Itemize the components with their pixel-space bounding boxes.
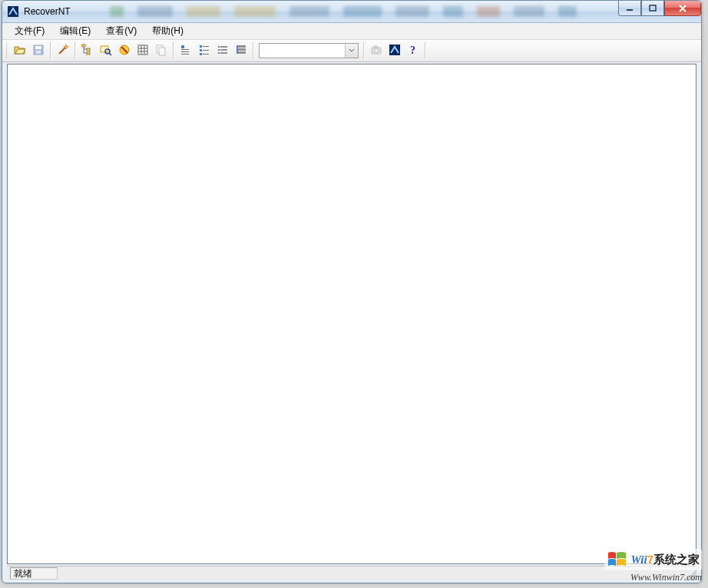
close-button[interactable] xyxy=(664,1,701,16)
svg-rect-29 xyxy=(220,49,227,51)
maximize-button[interactable] xyxy=(641,1,664,16)
svg-rect-26 xyxy=(218,46,220,48)
svg-rect-30 xyxy=(218,52,220,54)
view-list-button[interactable] xyxy=(214,42,231,59)
svg-rect-31 xyxy=(220,52,227,54)
status-text: 就绪 xyxy=(14,568,32,579)
svg-rect-35 xyxy=(237,45,238,54)
svg-rect-9 xyxy=(87,52,90,55)
toolbar-separator xyxy=(425,42,426,59)
status-pane: 就绪 xyxy=(10,567,58,580)
background-decoration xyxy=(110,4,594,19)
camera-icon xyxy=(370,44,382,58)
svg-rect-4 xyxy=(35,46,41,49)
svg-rect-7 xyxy=(82,45,85,47)
menu-edit[interactable]: 编辑(E) xyxy=(52,23,98,39)
titlebar[interactable]: RecoverNT xyxy=(2,1,701,23)
toolbar: ? xyxy=(2,40,701,62)
svg-text:?: ? xyxy=(410,45,415,56)
camera-button[interactable] xyxy=(368,42,385,59)
help-button[interactable]: ? xyxy=(405,42,422,59)
svg-rect-13 xyxy=(138,45,147,55)
window-title: RecoverNT xyxy=(24,6,71,17)
wand-button[interactable] xyxy=(55,42,71,59)
grid-icon xyxy=(137,44,149,58)
search-icon xyxy=(100,44,112,58)
tree-icon xyxy=(81,44,94,58)
detail-large-icon xyxy=(235,44,247,58)
detail-small-icon xyxy=(180,44,192,58)
menu-help[interactable]: 帮助(H) xyxy=(144,23,191,39)
resize-grip-icon[interactable] xyxy=(684,567,696,580)
svg-rect-18 xyxy=(181,51,189,52)
svg-rect-23 xyxy=(203,50,209,51)
svg-rect-2 xyxy=(650,5,656,11)
toolbar-separator xyxy=(173,42,174,59)
svg-rect-38 xyxy=(374,46,377,48)
menu-view[interactable]: 查看(V) xyxy=(98,23,144,39)
open-button[interactable] xyxy=(12,42,28,59)
refresh-icon xyxy=(118,44,131,58)
refresh-button[interactable] xyxy=(116,42,133,59)
path-combo[interactable] xyxy=(259,43,359,58)
svg-rect-21 xyxy=(203,46,209,47)
svg-rect-1 xyxy=(627,9,633,11)
detail-medium-icon xyxy=(198,44,210,58)
save-icon xyxy=(32,44,45,58)
svg-point-37 xyxy=(375,48,379,52)
copy-button[interactable] xyxy=(153,42,170,59)
app-logo-icon xyxy=(7,5,19,18)
grid-button[interactable] xyxy=(134,42,151,59)
save-button[interactable] xyxy=(30,42,47,59)
svg-rect-15 xyxy=(159,48,165,55)
svg-rect-5 xyxy=(36,51,41,54)
app-button[interactable] xyxy=(386,42,403,59)
svg-rect-16 xyxy=(181,45,184,48)
tree-button[interactable] xyxy=(79,42,96,59)
app-icon xyxy=(389,44,401,58)
view-large-button[interactable] xyxy=(233,42,250,59)
svg-rect-20 xyxy=(200,45,202,48)
open-icon xyxy=(14,44,26,58)
view-small-button[interactable] xyxy=(177,42,194,59)
menubar: 文件(F) 编辑(E) 查看(V) 帮助(H) xyxy=(2,23,701,40)
svg-rect-27 xyxy=(220,46,227,48)
statusbar: 就绪 xyxy=(7,566,696,580)
search-button[interactable] xyxy=(98,42,114,59)
app-window: RecoverNT 文件(F) xyxy=(2,0,702,583)
menu-file[interactable]: 文件(F) xyxy=(7,23,52,39)
svg-rect-17 xyxy=(181,49,189,50)
toolbar-separator xyxy=(50,42,51,59)
help-icon: ? xyxy=(407,44,419,58)
svg-rect-25 xyxy=(203,54,209,55)
svg-rect-28 xyxy=(218,49,220,51)
toolbar-separator xyxy=(363,42,365,59)
detail-list-icon xyxy=(217,44,229,58)
window-controls xyxy=(618,1,701,16)
svg-rect-22 xyxy=(200,49,202,51)
svg-rect-24 xyxy=(200,53,202,55)
svg-rect-8 xyxy=(87,48,90,51)
wand-icon xyxy=(57,44,69,58)
chevron-down-icon[interactable] xyxy=(345,44,358,58)
toolbar-grip[interactable] xyxy=(5,42,8,59)
content-area[interactable] xyxy=(7,64,696,564)
svg-rect-19 xyxy=(181,54,189,55)
view-medium-button[interactable] xyxy=(196,42,213,59)
minimize-button[interactable] xyxy=(618,1,641,16)
toolbar-separator xyxy=(74,42,76,59)
copy-icon xyxy=(155,44,167,58)
toolbar-separator xyxy=(253,42,254,59)
